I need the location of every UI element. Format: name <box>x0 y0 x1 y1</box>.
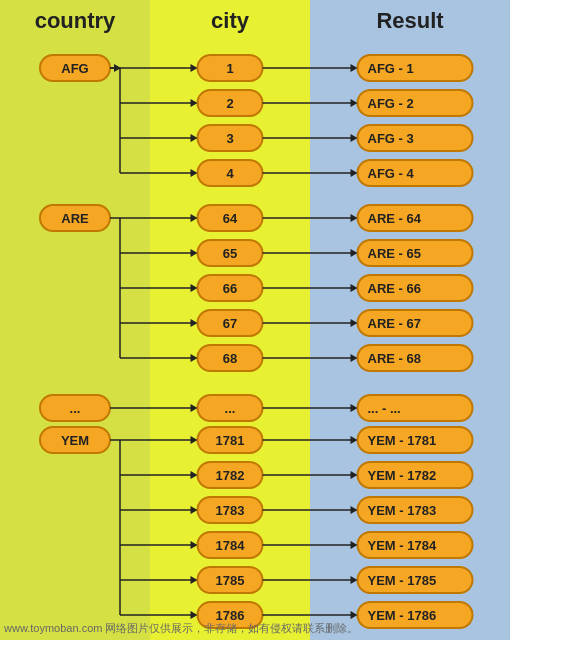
city-column: city <box>150 0 310 640</box>
diagram: country city Result AFGARE...YEM12346465… <box>0 0 571 640</box>
city-header: city <box>211 8 249 34</box>
country-column: country <box>0 0 150 640</box>
watermark: www.toymoban.com 网络图片仅供展示，非存储，如有侵权请联系删除。 <box>0 621 571 636</box>
result-column: Result <box>310 0 510 640</box>
result-header: Result <box>376 8 443 34</box>
country-header: country <box>35 8 116 34</box>
